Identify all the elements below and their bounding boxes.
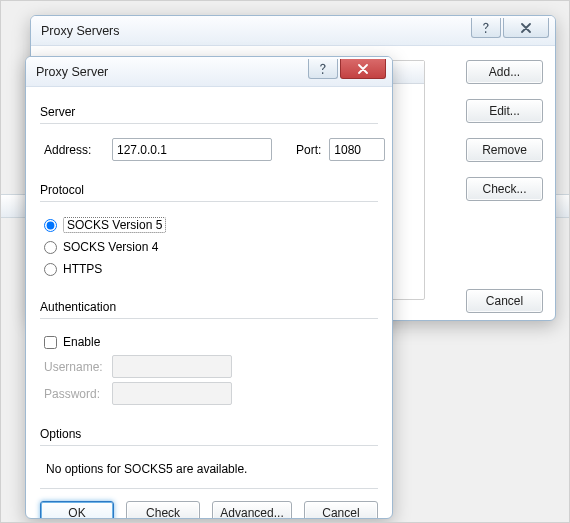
close-icon	[520, 23, 532, 33]
group-title: Options	[40, 427, 378, 441]
window-title: Proxy Servers	[41, 24, 120, 38]
help-icon	[481, 22, 491, 34]
side-buttons: Add... Edit... Remove Check... Cancel	[466, 60, 543, 313]
options-group: Options No options for SOCKS5 are availa…	[40, 421, 378, 488]
username-input	[112, 355, 232, 378]
authentication-group: Authentication Enable Username: Password…	[40, 294, 378, 417]
advanced-button[interactable]: Advanced...	[212, 501, 292, 519]
radio-socks5-label: SOCKS Version 5	[63, 217, 166, 233]
check-button[interactable]: Check	[126, 501, 200, 519]
group-title: Server	[40, 105, 378, 119]
group-title: Authentication	[40, 300, 378, 314]
radio-socks5[interactable]	[44, 219, 57, 232]
address-input[interactable]	[112, 138, 272, 161]
username-label: Username:	[44, 360, 104, 374]
close-button[interactable]	[340, 59, 386, 79]
ok-button[interactable]: OK	[40, 501, 114, 519]
add-button[interactable]: Add...	[466, 60, 543, 84]
edit-button[interactable]: Edit...	[466, 99, 543, 123]
help-icon	[318, 63, 328, 75]
titlebar[interactable]: Proxy Servers	[31, 16, 555, 46]
radio-socks4-label: SOCKS Version 4	[63, 240, 158, 254]
remove-button[interactable]: Remove	[466, 138, 543, 162]
window-controls	[308, 59, 386, 79]
enable-auth-checkbox[interactable]	[44, 336, 57, 349]
enable-auth-label: Enable	[63, 335, 100, 349]
group-title: Protocol	[40, 183, 378, 197]
port-input[interactable]	[329, 138, 385, 161]
close-button[interactable]	[503, 18, 549, 38]
window-controls	[471, 18, 549, 38]
address-label: Address:	[44, 143, 104, 157]
proxy-server-dialog: Proxy Server Server	[25, 56, 393, 519]
check-button[interactable]: Check...	[466, 177, 543, 201]
dialog-client: Server Address: Port: Protocol SOCK	[26, 87, 392, 518]
cancel-button[interactable]: Cancel	[304, 501, 378, 519]
spacer	[466, 216, 543, 274]
dialog-title: Proxy Server	[36, 65, 108, 79]
radio-https[interactable]	[44, 263, 57, 276]
screenshot-stage: Proxy Servers	[0, 0, 570, 523]
close-icon	[357, 64, 369, 74]
help-button[interactable]	[308, 59, 338, 79]
protocol-group: Protocol SOCKS Version 5 SOCKS Version 4…	[40, 177, 378, 290]
help-button[interactable]	[471, 18, 501, 38]
dialog-footer: OK Check Advanced... Cancel	[40, 488, 378, 519]
titlebar[interactable]: Proxy Server	[26, 57, 392, 87]
port-label: Port:	[296, 143, 321, 157]
radio-socks4[interactable]	[44, 241, 57, 254]
server-group: Server Address: Port:	[40, 99, 378, 173]
radio-https-label: HTTPS	[63, 262, 102, 276]
password-label: Password:	[44, 387, 104, 401]
password-input	[112, 382, 232, 405]
cancel-button[interactable]: Cancel	[466, 289, 543, 313]
options-note: No options for SOCKS5 are available.	[46, 462, 372, 476]
